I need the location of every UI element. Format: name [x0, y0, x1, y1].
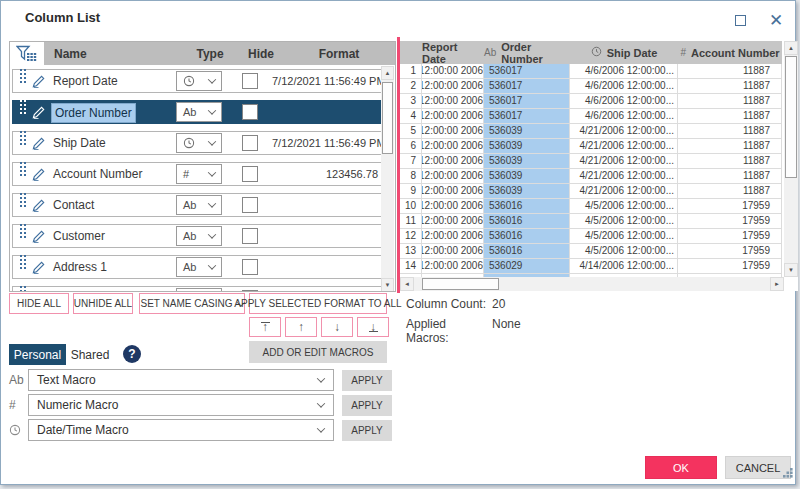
- column-name: Account Number: [47, 167, 170, 181]
- macro-select[interactable]: Numeric Macro: [28, 394, 334, 416]
- grid-row[interactable]: 82006 12:00:00 AM5360394/21/2006 12:00:0…: [400, 169, 782, 184]
- hide-checkbox[interactable]: [242, 197, 258, 213]
- type-select[interactable]: Ab: [176, 195, 222, 215]
- hide-checkbox[interactable]: [242, 166, 258, 182]
- grid-horizontal-scrollbar[interactable]: ◄ ►: [400, 277, 784, 291]
- column-row[interactable]: Report Date7/12/2021 11:56:49 PM: [12, 69, 385, 93]
- drag-handle-icon[interactable]: [20, 193, 22, 195]
- grid-row[interactable]: 142006 12:00:00 AM5360294/14/2006 12:00:…: [400, 259, 782, 274]
- rename-pencil-icon[interactable]: [29, 75, 47, 88]
- rename-pencil-icon[interactable]: [29, 230, 47, 243]
- scrollbar-thumb[interactable]: [785, 56, 797, 178]
- rename-pencil-icon[interactable]: [29, 261, 47, 274]
- ok-button[interactable]: OK: [645, 456, 717, 479]
- maximize-button[interactable]: [727, 9, 753, 31]
- grid-header-account-number[interactable]: # Account Number: [678, 41, 782, 64]
- grid-row[interactable]: 42006 12:00:00 AM5360174/6/2006 12:00:00…: [400, 109, 782, 124]
- grid-row[interactable]: 102006 12:00:00 AM5360164/5/2006 12:00:0…: [400, 199, 782, 214]
- tab-shared[interactable]: Shared: [66, 344, 114, 365]
- drag-handle-icon[interactable]: [20, 224, 22, 226]
- hide-all-button[interactable]: HIDE ALL: [9, 293, 69, 314]
- row-number: 1: [400, 64, 422, 79]
- scroll-right-icon[interactable]: ►: [770, 277, 784, 291]
- apply-macro-button[interactable]: APPLY: [342, 395, 392, 416]
- rename-pencil-icon[interactable]: [29, 292, 47, 293]
- grid-row[interactable]: 132006 12:00:00 AM5360164/5/2006 12:00:0…: [400, 244, 782, 259]
- drag-handle-icon[interactable]: [20, 100, 22, 102]
- resize-grip[interactable]: [782, 464, 793, 482]
- close-button[interactable]: ✕: [763, 9, 789, 31]
- apply-selected-format-button[interactable]: APPLY SELECTED FORMAT TO ALL: [249, 293, 387, 314]
- column-list-scrollbar[interactable]: ▲ ▼: [381, 66, 394, 292]
- drag-handle-icon[interactable]: [20, 286, 22, 288]
- move-down-button[interactable]: ↓: [321, 317, 353, 337]
- column-row[interactable]: Account Number#123456.78: [12, 162, 385, 186]
- grid-row[interactable]: 72006 12:00:00 AM5360394/21/2006 12:00:0…: [400, 154, 782, 169]
- rename-pencil-icon[interactable]: [29, 106, 47, 119]
- hide-checkbox[interactable]: [242, 290, 258, 292]
- set-name-casing-label: SET NAME CASING: [140, 298, 232, 309]
- grid-row[interactable]: 112006 12:00:00 AM5360164/5/2006 12:00:0…: [400, 214, 782, 229]
- hide-checkbox[interactable]: [242, 104, 258, 120]
- tab-personal[interactable]: Personal: [9, 344, 66, 365]
- scroll-up-icon[interactable]: ▲: [381, 66, 394, 80]
- hide-checkbox[interactable]: [242, 259, 258, 275]
- set-name-casing-button[interactable]: SET NAME CASING: [139, 293, 245, 314]
- drag-handle-icon[interactable]: [20, 69, 22, 71]
- macro-select[interactable]: Date/Time Macro: [28, 419, 334, 441]
- macro-select-value: Numeric Macro: [37, 398, 118, 412]
- column-name-edit-field[interactable]: Order Number: [51, 103, 136, 123]
- scroll-down-icon[interactable]: ▼: [381, 278, 394, 292]
- type-select[interactable]: Ab: [176, 226, 222, 246]
- drag-handle-icon[interactable]: [20, 255, 22, 257]
- macro-select[interactable]: Text Macro: [28, 369, 334, 391]
- rename-pencil-icon[interactable]: [29, 168, 47, 181]
- grid-vertical-scrollbar[interactable]: ▲ ▼: [784, 41, 798, 277]
- column-row[interactable]: Address 2Ab: [12, 286, 385, 292]
- hide-checkbox[interactable]: [242, 228, 258, 244]
- cell-report-date: 2006 12:00:00 AM: [422, 109, 484, 124]
- scrollbar-thumb[interactable]: [382, 82, 393, 154]
- drag-handle-icon[interactable]: [20, 162, 22, 164]
- grid-row[interactable]: 92006 12:00:00 AM5360394/21/2006 12:00:0…: [400, 184, 782, 199]
- scroll-down-icon[interactable]: ▼: [784, 263, 798, 277]
- move-to-top-button[interactable]: ↑: [249, 317, 281, 337]
- apply-macro-button[interactable]: APPLY: [342, 420, 392, 441]
- grid-row[interactable]: 32006 12:00:00 AM5360174/6/2006 12:00:00…: [400, 94, 782, 109]
- type-select[interactable]: [176, 71, 222, 91]
- column-row[interactable]: Address 1Ab: [12, 255, 385, 279]
- add-or-edit-macros-button[interactable]: ADD OR EDIT MACROS: [249, 341, 387, 363]
- drag-handle-icon[interactable]: [20, 131, 22, 133]
- help-icon[interactable]: ?: [123, 345, 141, 363]
- hide-checkbox[interactable]: [242, 135, 258, 151]
- scrollbar-thumb[interactable]: [422, 278, 499, 290]
- scroll-up-icon[interactable]: ▲: [784, 41, 798, 55]
- column-row[interactable]: ContactAb: [12, 193, 385, 217]
- grid-header-order-number[interactable]: Ab Order Number: [484, 41, 570, 64]
- grid-row[interactable]: 122006 12:00:00 AM5360164/5/2006 12:00:0…: [400, 229, 782, 244]
- grid-header-ship-date[interactable]: Ship Date: [570, 41, 678, 64]
- type-select[interactable]: Ab: [176, 257, 222, 277]
- apply-macro-button[interactable]: APPLY: [342, 370, 392, 391]
- unhide-all-button[interactable]: UNHIDE ALL: [73, 293, 133, 314]
- account-number-label: Account Number: [691, 47, 780, 59]
- column-row[interactable]: Order NumberAb: [12, 100, 385, 124]
- type-select[interactable]: Ab: [176, 288, 222, 292]
- grid-header-report-date[interactable]: Report Date: [422, 41, 484, 64]
- cell-report-date: 2006 12:00:00 AM: [422, 229, 484, 244]
- move-up-button[interactable]: ↑: [285, 317, 317, 337]
- hide-checkbox[interactable]: [242, 73, 258, 89]
- grid-row[interactable]: 12006 12:00:00 AM5360174/6/2006 12:00:00…: [400, 64, 782, 79]
- type-select[interactable]: [176, 133, 222, 153]
- type-select[interactable]: #: [176, 164, 222, 184]
- scroll-left-icon[interactable]: ◄: [400, 277, 414, 291]
- type-select[interactable]: Ab: [176, 102, 222, 122]
- grid-row[interactable]: 62006 12:00:00 AM5360394/21/2006 12:00:0…: [400, 139, 782, 154]
- rename-pencil-icon[interactable]: [29, 137, 47, 150]
- grid-row[interactable]: 22006 12:00:00 AM5360174/6/2006 12:00:00…: [400, 79, 782, 94]
- column-row[interactable]: Ship Date7/12/2021 11:56:49 PM: [12, 131, 385, 155]
- move-to-bottom-button[interactable]: ↓: [357, 317, 389, 337]
- column-row[interactable]: CustomerAb: [12, 224, 385, 248]
- grid-row[interactable]: 52006 12:00:00 AM5360394/21/2006 12:00:0…: [400, 124, 782, 139]
- rename-pencil-icon[interactable]: [29, 199, 47, 212]
